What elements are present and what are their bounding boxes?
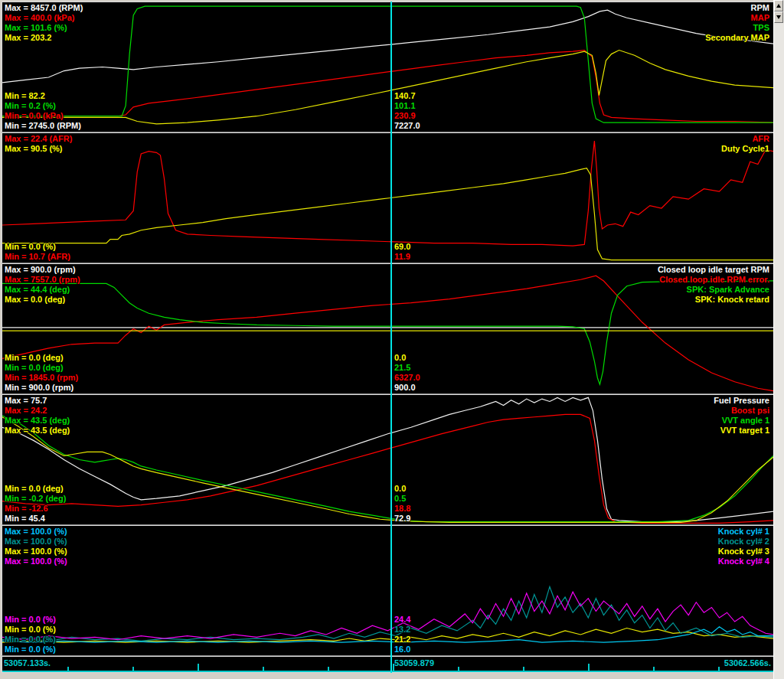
chart-panel-knock[interactable]: Max = 100.0 (%)Max = 100.0 (%)Max = 100.… [2,525,774,656]
timeline-tick [328,667,329,671]
min-label: Min = 2745.0 (RPM) [5,121,81,131]
cursor-value: 13.2 [394,625,410,635]
series-knock-cyl-4 [2,592,773,640]
max-label: Max = 24.2 [5,406,70,416]
max-label: Max = 90.5 (%) [5,144,72,154]
timeline-tick [718,667,720,671]
legend-item: Duty Cycle1 [721,144,769,154]
legend-item: SPK: Knock retard [658,295,769,305]
legend-item: Closed loop idle target RPM [658,265,769,275]
cursor-value: 140.7 [394,91,420,101]
legend-item: Secondary MAP [705,33,769,43]
chart-panel-fuel-vvt[interactable]: Max = 75.7Max = 24.2Max = 43.5 (deg)Max … [2,394,774,525]
timeline-tick [393,664,394,671]
legend-item: Knock cyl# 4 [718,557,769,566]
timeline-tick [198,664,199,671]
max-labels: Max = 75.7Max = 24.2Max = 43.5 (deg)Max … [5,396,70,436]
legend: Closed loop idle target RPMClosed loop i… [658,265,769,305]
cursor-value: 0.0 [394,353,420,363]
min-labels: Min = 82.2Min = 0.2 (%)Min = 0.0 (kPa)Mi… [5,91,81,131]
legend: Knock cyl# 1Knock cyl# 2Knock cyl# 3Knoc… [718,527,769,566]
cursor-value: 230.9 [394,111,420,121]
max-label: Max = 43.5 (deg) [5,426,70,436]
cursor-values: 0.00.518.872.9 [394,484,410,524]
cursor-values: 0.021.56327.0900.0 [394,353,420,393]
timeline-bar[interactable]: 53057.133s. 53059.879 53062.566s. [2,656,774,673]
chart-panel-rpm-map-tps[interactable]: Max = 8457.0 (RPM)Max = 400.0 (kPa)Max =… [2,2,774,132]
legend: RPMMAPTPSSecondary MAP [705,3,769,43]
series-secondary-map [2,51,773,124]
legend-item: VVT angle 1 [714,416,769,426]
timeline-tick [653,667,655,671]
series-boost-psi [2,414,773,523]
legend-item: AFR [721,134,769,144]
cursor-value: 101.1 [394,101,420,111]
cursor-value: 900.0 [394,383,420,393]
max-labels: Max = 900.0 (rpm)Max = 7557.0 (rpm)Max =… [5,265,80,305]
timeline-end-time: 53062.566s. [724,658,771,668]
cursor-value: 72.9 [394,514,410,524]
scroll-down-button[interactable] [774,11,783,23]
max-label: Max = 7557.0 (rpm) [5,275,80,285]
legend-item: RPM [705,3,769,13]
timeline-tick [67,667,69,671]
max-label: Max = 101.6 (%) [5,23,83,33]
chart-panel-idle-spark[interactable]: Max = 900.0 (rpm)Max = 7557.0 (rpm)Max =… [2,263,774,394]
min-label: Min = 10.7 (AFR) [5,252,70,262]
max-label: Max = 203.2 [5,33,83,43]
legend-item: Knock cyl# 3 [718,547,769,557]
series-tps [2,6,773,122]
plot-canvas[interactable] [2,2,773,132]
cursor-value: 7227.0 [394,121,420,131]
series-knock-cyl-2 [2,586,773,641]
min-labels: Min = 0.0 (%)Min = 10.7 (AFR) [5,242,70,262]
min-labels: Min = 0.0 (deg)Min = 0.0 (deg)Min = 1845… [5,353,78,393]
cursor-value: 0.5 [394,494,410,504]
cursor-values: 140.7101.1230.97227.0 [394,91,420,131]
cursor-value: 0.0 [394,484,410,494]
legend-item: Fuel Pressure [714,396,769,406]
min-label: Min = 82.2 [5,91,81,101]
min-label: Min = 0.0 (deg) [5,484,66,494]
max-labels: Max = 100.0 (%)Max = 100.0 (%)Max = 100.… [5,527,67,566]
cursor-values: 24.413.221.216.0 [394,615,410,655]
timeline-start-time: 53057.133s. [4,658,51,668]
max-labels: Max = 22.4 (AFR)Max = 90.5 (%) [5,134,72,154]
time-cursor[interactable] [390,2,392,673]
cursor-value: 11.9 [394,252,410,262]
max-label: Max = 75.7 [5,396,70,406]
max-label: Max = 100.0 (%) [5,557,67,566]
legend-item: VVT target 1 [714,426,769,436]
timeline-tick [588,664,590,671]
min-label: Min = 0.0 (%) [5,635,56,645]
chart-panel-afr-duty[interactable]: Max = 22.4 (AFR)Max = 90.5 (%) Min = 0.0… [2,132,774,263]
min-label: Min = 0.0 (deg) [5,363,78,373]
legend: AFRDuty Cycle1 [721,134,769,154]
timeline-tick [263,667,264,671]
max-label: Max = 44.4 (deg) [5,285,80,295]
scroll-up-button[interactable] [774,0,783,11]
cursor-value: 16.0 [394,645,410,655]
plot-canvas[interactable] [2,526,773,655]
max-label: Max = 8457.0 (RPM) [5,3,83,13]
min-label: Min = 0.0 (deg) [5,353,78,363]
max-labels: Max = 8457.0 (RPM)Max = 400.0 (kPa)Max =… [5,3,83,43]
series-afr [2,141,773,246]
max-label: Max = 0.0 (deg) [5,295,80,305]
vertical-scrollbar[interactable] [773,0,784,679]
cursor-value: 18.8 [394,504,410,514]
plot-canvas[interactable] [2,133,773,263]
legend-item: Boost psi [714,406,769,416]
plot-canvas[interactable] [2,395,773,524]
min-label: Min = 0.2 (%) [5,101,81,111]
timeline-tick [458,667,459,671]
max-label: Max = 900.0 (rpm) [5,265,80,275]
min-label: Min = -12.6 [5,504,66,514]
timeline-tick [132,667,134,671]
timeline-tick [523,667,524,671]
timeline-cursor-time: 53059.879 [394,658,434,668]
min-label: Min = 0.0 (%) [5,615,56,625]
min-label: Min = 45.4 [5,514,66,524]
max-label: Max = 400.0 (kPa) [5,13,83,23]
cursor-value: 24.4 [394,615,410,625]
